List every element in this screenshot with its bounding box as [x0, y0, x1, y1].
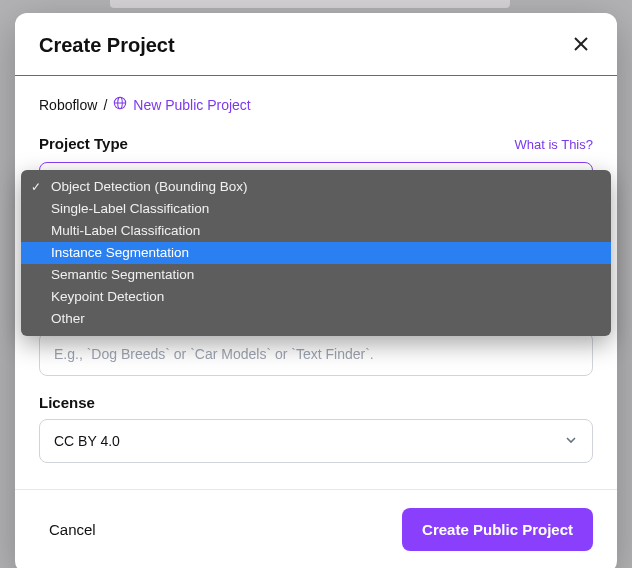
- project-type-label-row: Project Type What is This?: [39, 135, 593, 152]
- project-type-option[interactable]: Other: [21, 308, 611, 330]
- license-select[interactable]: CC BY 4.0: [39, 419, 593, 463]
- background-decor: [110, 0, 510, 8]
- breadcrumb-current-text: New Public Project: [133, 97, 251, 113]
- project-type-option[interactable]: ✓Object Detection (Bounding Box): [21, 176, 611, 198]
- close-button[interactable]: [569, 33, 593, 57]
- close-icon: [574, 35, 588, 56]
- project-type-option-label: Semantic Segmentation: [51, 267, 194, 282]
- chevron-down-icon: [564, 433, 578, 450]
- create-project-button[interactable]: Create Public Project: [402, 508, 593, 551]
- project-type-option-label: Multi-Label Classification: [51, 223, 200, 238]
- project-type-help-link[interactable]: What is This?: [514, 137, 593, 152]
- globe-icon: [113, 96, 127, 113]
- project-name-group: [39, 332, 593, 376]
- project-type-option-label: Single-Label Classification: [51, 201, 209, 216]
- check-icon: ✓: [31, 176, 41, 198]
- modal-header: Create Project: [15, 13, 617, 75]
- project-type-option-label: Keypoint Detection: [51, 289, 164, 304]
- project-type-option[interactable]: Single-Label Classification: [21, 198, 611, 220]
- breadcrumb-root: Roboflow: [39, 97, 97, 113]
- project-type-option[interactable]: Semantic Segmentation: [21, 264, 611, 286]
- license-label: License: [39, 394, 593, 411]
- cancel-button[interactable]: Cancel: [39, 513, 106, 546]
- project-type-label: Project Type: [39, 135, 128, 152]
- project-type-option[interactable]: Keypoint Detection: [21, 286, 611, 308]
- project-type-option-label: Instance Segmentation: [51, 245, 189, 260]
- license-group: License CC BY 4.0: [39, 394, 593, 463]
- breadcrumb: Roboflow / New Public Project: [39, 96, 593, 113]
- project-type-option[interactable]: Multi-Label Classification: [21, 220, 611, 242]
- license-value: CC BY 4.0: [54, 433, 120, 449]
- create-project-modal: Create Project Roboflow /: [15, 13, 617, 568]
- modal-footer: Cancel Create Public Project: [15, 489, 617, 568]
- project-name-input[interactable]: [39, 332, 593, 376]
- breadcrumb-current-link[interactable]: New Public Project: [113, 96, 251, 113]
- project-type-option[interactable]: Instance Segmentation: [21, 242, 611, 264]
- breadcrumb-separator: /: [103, 97, 107, 113]
- modal-title: Create Project: [39, 34, 175, 57]
- project-type-option-label: Other: [51, 311, 85, 326]
- project-type-dropdown[interactable]: ✓Object Detection (Bounding Box)Single-L…: [21, 170, 611, 336]
- project-type-option-label: Object Detection (Bounding Box): [51, 179, 248, 194]
